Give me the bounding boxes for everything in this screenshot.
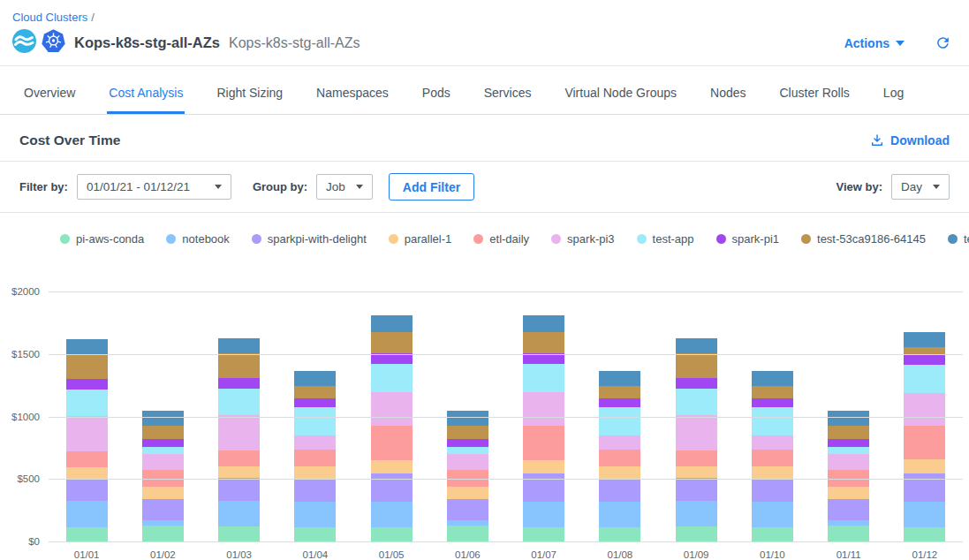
group-by-label: Group by: [253, 180, 307, 193]
bar-segment-spark-pi1 [676, 378, 717, 389]
y-axis-tick-label: $2000 [11, 286, 40, 297]
chevron-down-icon [896, 41, 905, 46]
x-axis-label: 01/06 [447, 549, 488, 560]
legend-item-etl-daily[interactable]: etl-daily [473, 232, 529, 246]
x-axis-label: 01/08 [599, 549, 640, 560]
tab-cluster-rolls[interactable]: Cluster Rolls [777, 79, 851, 114]
refresh-button[interactable] [935, 34, 951, 51]
title-bar: Kops-k8s-stg-all-AZs Kops-k8s-stg-all-AZ… [0, 24, 969, 65]
legend-item-test-53ca9186-64145[interactable]: test-53ca9186-64145 [801, 232, 926, 246]
bar-segment-spark-pi3 [218, 415, 260, 450]
section-header: Cost Over Time Download [0, 115, 969, 161]
bar-segment-spark-pi3 [752, 435, 793, 450]
tab-bar: OverviewCost AnalysisRight SizingNamespa… [0, 79, 969, 115]
chevron-down-icon [215, 185, 222, 189]
download-button[interactable]: Download [870, 133, 950, 148]
legend-dot [948, 234, 958, 244]
bar-segment-test-53ca9186-64145 [752, 386, 793, 398]
filter-bar: Filter by: 01/01/21 - 01/12/21 Group by:… [0, 162, 969, 212]
legend-item-sparkpi-with-delight[interactable]: sparkpi-with-delight [252, 232, 367, 246]
breadcrumb-separator: / [91, 11, 95, 24]
bar-segment-notebook [294, 502, 336, 527]
bar-segment-parallel-1 [142, 487, 184, 499]
bar-segment-test-pkix [218, 338, 260, 353]
legend-item-test-app[interactable]: test-app [637, 232, 694, 246]
bar-segment-test-pkix [828, 411, 869, 426]
view-by-label: View by: [836, 180, 882, 193]
tab-namespaces[interactable]: Namespaces [314, 79, 390, 114]
legend-item-spark-pi1[interactable]: spark-pi1 [716, 232, 779, 246]
legend-dot [551, 234, 561, 244]
tab-cost-analysis[interactable]: Cost Analysis [107, 79, 185, 114]
bar-segment-pi-aws-conda [904, 527, 945, 542]
legend-item-notebook[interactable]: notebook [166, 232, 230, 246]
legend-label: spark-pi1 [732, 232, 779, 246]
bar-segment-parallel-1 [828, 487, 869, 499]
x-axis-label: 01/07 [523, 549, 564, 560]
tab-overview[interactable]: Overview [22, 79, 77, 114]
bar-segment-etl-daily [294, 450, 336, 466]
x-axis-label: 01/02 [142, 549, 184, 560]
bar-segment-sparkpi-with-delight [371, 473, 413, 503]
stacked-bar-01/02 [142, 411, 184, 542]
bar-segment-spark-pi1 [752, 398, 793, 407]
gridline-1500: $1500 [49, 354, 963, 355]
y-axis-tick-label: $1000 [11, 412, 40, 422]
view-by-select[interactable]: Day [891, 174, 950, 200]
legend-item-pi-aws-conda[interactable]: pi-aws-conda [60, 232, 144, 246]
bar-segment-etl-daily [523, 426, 564, 460]
bar-segment-pi-aws-conda [828, 526, 869, 542]
group-by-select[interactable]: Job [316, 174, 373, 200]
bar-segment-test-53ca9186-64145 [294, 386, 336, 398]
cluster-icons [12, 29, 65, 57]
add-filter-button[interactable]: Add Filter [389, 173, 474, 201]
bar-segment-test-53ca9186-64145 [218, 353, 260, 378]
bar-segment-notebook [904, 502, 945, 527]
legend-dot [389, 234, 398, 244]
bar-segment-parallel-1 [599, 466, 640, 479]
bar-segment-test-app [828, 447, 869, 454]
legend-dot [60, 234, 70, 244]
bar-segment-spark-pi3 [371, 392, 413, 426]
header-divider [0, 65, 969, 66]
bar-segment-spark-pi1 [66, 379, 108, 390]
bar-segment-test-53ca9186-64145 [828, 426, 869, 439]
bar-segment-etl-daily [904, 426, 945, 459]
bar-segment-parallel-1 [371, 460, 413, 473]
bar-segment-test-app [523, 364, 564, 392]
breadcrumb-link-cloud-clusters[interactable]: Cloud Clusters [12, 11, 87, 24]
tab-right-sizing[interactable]: Right Sizing [215, 79, 284, 114]
bar-segment-sparkpi-with-delight [447, 499, 488, 519]
bar-segment-pi-aws-conda [218, 526, 260, 542]
legend-item-test-pkix[interactable]: test-pkix [948, 232, 969, 246]
bar-segment-spark-pi1 [599, 398, 640, 407]
actions-label: Actions [844, 36, 890, 50]
bar-segment-pi-aws-conda [142, 526, 184, 542]
legend-item-parallel-1[interactable]: parallel-1 [389, 232, 451, 246]
bar-segment-sparkpi-with-delight [218, 478, 260, 500]
legend-item-spark-pi3[interactable]: spark-pi3 [551, 232, 614, 246]
tab-services[interactable]: Services [482, 79, 534, 114]
bar-segment-test-app [66, 390, 108, 416]
tab-nodes[interactable]: Nodes [708, 79, 747, 114]
bar-segment-test-pkix [676, 338, 717, 353]
actions-button[interactable]: Actions [844, 36, 905, 50]
stacked-bar-01/01 [66, 339, 108, 542]
bar-segment-sparkpi-with-delight [294, 479, 336, 502]
bar-segment-test-53ca9186-64145 [599, 386, 640, 398]
tab-log[interactable]: Log [882, 79, 905, 114]
tab-pods[interactable]: Pods [420, 79, 452, 114]
legend-dot [166, 234, 176, 244]
bar-segment-spark-pi1 [523, 353, 564, 364]
filter-by-label: Filter by: [19, 180, 68, 193]
tab-virtual-node-groups[interactable]: Virtual Node Groups [563, 79, 678, 114]
bar-segment-parallel-1 [904, 459, 945, 473]
bar-segment-pi-aws-conda [66, 527, 108, 542]
bar-segment-spark-pi3 [142, 454, 184, 470]
bar-segment-spark-pi3 [828, 454, 869, 470]
date-range-select[interactable]: 01/01/21 - 01/12/21 [77, 174, 231, 200]
bar-segment-test-app [142, 447, 184, 454]
bar-segment-sparkpi-with-delight [142, 499, 184, 519]
bar-segment-test-app [218, 389, 260, 415]
chevron-down-icon [933, 185, 940, 189]
